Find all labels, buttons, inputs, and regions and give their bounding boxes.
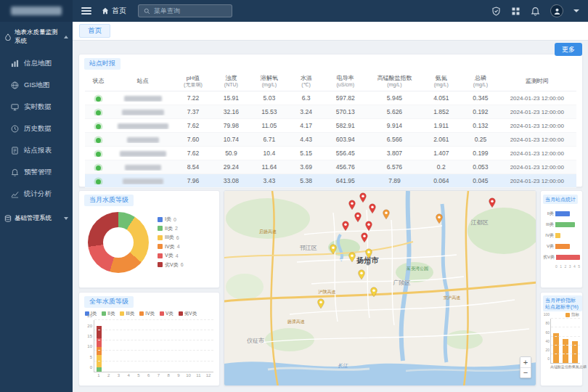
legend-item[interactable]: III类 <box>120 311 134 317</box>
category-label: IV类 <box>543 232 554 239</box>
station-pin-icon[interactable] <box>365 221 373 232</box>
y-tick-label: 5 <box>90 355 92 359</box>
shield-icon[interactable] <box>491 7 501 16</box>
cell-time: 2024-01-23 12:00:00 <box>500 136 574 143</box>
tab-home[interactable]: 首页 <box>79 24 110 38</box>
table-row[interactable]: 7.3732.1615.533.24570.135.6261.8520.1922… <box>85 105 576 119</box>
cell-ph: 7.37 <box>173 108 213 115</box>
status-cell <box>85 94 112 102</box>
table-row[interactable]: 7.6010.746.714.43603.946.5662.0610.25202… <box>85 133 576 147</box>
station-pin-icon[interactable] <box>317 298 324 309</box>
station-pin-icon[interactable] <box>354 212 362 223</box>
cell-ph: 7.62 <box>173 150 213 157</box>
legend-item[interactable]: V类 <box>160 311 173 317</box>
station-pin-icon[interactable] <box>383 209 391 220</box>
search-input[interactable] <box>154 7 226 15</box>
month-grade-donut[interactable] <box>88 212 149 273</box>
station-pin-icon[interactable] <box>342 221 350 232</box>
bell-icon[interactable] <box>531 7 540 16</box>
y-tick-label: 0 <box>90 365 92 369</box>
sidebar-item-6[interactable]: 预警管理 <box>0 161 73 183</box>
x-tick-label: 9 <box>173 373 184 377</box>
gridline <box>551 345 580 346</box>
sidebar-group-base[interactable]: 基础管理系统 <box>0 208 73 229</box>
legend-swatch <box>565 313 570 317</box>
year-grade-chart[interactable]: 0510152025 <box>94 320 213 372</box>
cell-time: 2024-01-23 12:00:00 <box>500 178 574 184</box>
category-label: 劣V类 <box>543 254 555 261</box>
cell-codmn: 5.945 <box>367 94 421 102</box>
station-pin-icon[interactable] <box>488 197 496 208</box>
sidebar-group-monitor[interactable]: 地表水质量监测系统 <box>0 22 73 52</box>
table-row[interactable]: 7.2215.915.036.3597.825.9454.0510.345202… <box>85 91 576 105</box>
month-station-chart[interactable]: II类III类IV类V类劣V类 <box>543 208 580 263</box>
station-pin-icon[interactable] <box>436 213 444 224</box>
station-pin-icon[interactable] <box>365 248 373 259</box>
cell-codmn: 9.914 <box>367 122 421 129</box>
station-cell <box>112 177 173 184</box>
stacked-bar <box>97 320 102 372</box>
sidebar-item-5[interactable]: 站点报表 <box>0 139 73 161</box>
avatar[interactable] <box>550 4 563 17</box>
legend-item[interactable]: II类2 <box>158 225 184 232</box>
legend-item[interactable]: II类 <box>102 311 115 317</box>
stacked-bar <box>206 320 211 372</box>
month-column <box>105 320 115 372</box>
legend-item[interactable]: V类4 <box>158 252 184 259</box>
bar <box>553 333 559 363</box>
breadcrumb-home[interactable]: 首页 <box>102 6 126 16</box>
legend-item[interactable]: I类0 <box>158 216 184 223</box>
gridline <box>94 330 213 330</box>
sidebar-item-3[interactable]: 实时数据 <box>0 96 73 118</box>
zoom-out-button[interactable]: − <box>520 367 531 377</box>
station-pin-icon[interactable] <box>330 244 338 255</box>
zoom-in-button[interactable]: + <box>520 357 531 367</box>
table-row[interactable]: 7.6250.910.45.15556.453.8071.4070.199202… <box>85 147 576 160</box>
station-pin-icon[interactable] <box>361 232 369 243</box>
chevron-down-icon[interactable] <box>573 9 579 12</box>
station-pin-icon[interactable] <box>368 203 376 214</box>
table-row[interactable]: 8.5429.2411.643.69456.766.5760.20.053202… <box>85 160 576 174</box>
sidebar-item-4[interactable]: 历史数据 <box>0 118 73 139</box>
app-root: 首页 地表水质量监测系统 <box>0 0 588 392</box>
legend-swatch <box>158 226 163 231</box>
exceed-rate-panel: 当月评价指标站点超标率(%) 指标 020406080100 高锰酸盐指数氨氮总… <box>540 292 583 386</box>
more-button[interactable]: 更多 <box>555 43 582 56</box>
sidebar-base-label: 基础管理系统 <box>15 214 52 223</box>
station-pin-icon[interactable] <box>348 200 356 211</box>
legend-item[interactable]: 劣V类 <box>179 311 197 317</box>
legend-item[interactable]: IV类4 <box>158 243 184 250</box>
legend-name: I类 <box>165 216 171 223</box>
month-grade-chart: I类0II类2III类6IV类4V类4劣V类6 <box>79 206 219 276</box>
sidebar-item-7[interactable]: 统计分析 <box>0 183 73 205</box>
x-tick-label: 8 <box>163 373 173 377</box>
bar-track <box>555 244 580 249</box>
table-row[interactable]: 7.9633.083.435.38641.957.890.0640.045202… <box>85 174 576 188</box>
legend-swatch <box>102 311 106 316</box>
station-pin-icon[interactable] <box>348 252 356 263</box>
y-tick-label: 15 <box>87 334 92 338</box>
status-dot <box>96 166 101 171</box>
legend-item[interactable]: 劣V类6 <box>158 261 184 269</box>
bar-track <box>556 255 580 260</box>
legend-item[interactable]: III类6 <box>158 234 184 241</box>
x-tick-label: 4 <box>123 373 134 377</box>
x-tick-label: 2 <box>564 264 566 269</box>
legend-item[interactable]: IV类 <box>139 311 155 317</box>
exceed-rate-chart[interactable]: 020406080100 <box>550 319 580 364</box>
station-name-redacted <box>120 151 166 157</box>
sidebar-item-2[interactable]: GIS地图 <box>0 74 73 96</box>
menu-toggle-icon[interactable] <box>81 7 91 15</box>
cell-dissolved_oxygen: 3.43 <box>250 177 289 184</box>
map[interactable]: 扬州市邗江区广陵区江都区仪征市沪陕高速启扬高速京沪高速扬溧高速茱萸湾公园长江 +… <box>224 191 536 385</box>
table-row[interactable]: 7.6279.9811.054.17582.919.9141.9110.1322… <box>85 119 576 133</box>
station-pin-icon[interactable] <box>359 192 367 203</box>
station-pin-icon[interactable] <box>369 287 377 298</box>
station-pin-icon[interactable] <box>357 269 365 280</box>
menu-search[interactable] <box>138 4 232 17</box>
y-tick-label: 80 <box>545 321 550 325</box>
cell-ph: 7.22 <box>173 94 213 102</box>
sidebar-item-label: GIS地图 <box>24 81 49 90</box>
sidebar-item-1[interactable]: 信息地图 <box>0 52 73 74</box>
apps-grid-icon[interactable] <box>511 7 520 16</box>
